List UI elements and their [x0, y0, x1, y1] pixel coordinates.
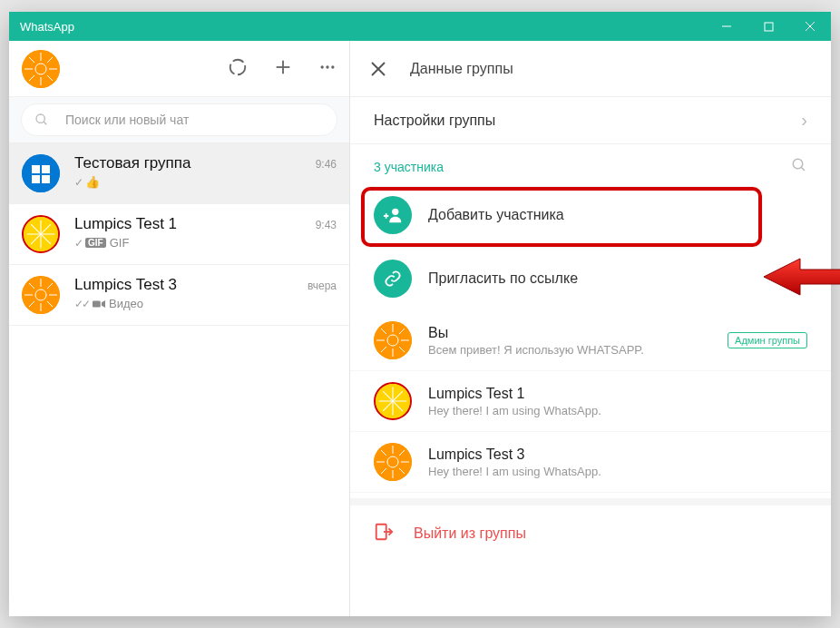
chat-preview: Видео: [109, 297, 143, 310]
admin-badge: Админ группы: [728, 332, 807, 348]
svg-point-46: [793, 159, 803, 169]
participant-avatar: [374, 443, 412, 481]
svg-point-48: [392, 209, 398, 215]
svg-rect-23: [32, 165, 40, 173]
search-placeholder: Поиск или новый чат: [65, 113, 189, 127]
maximize-button[interactable]: [747, 12, 789, 41]
chat-item[interactable]: Тестовая группа 9:46 ✓ 👍: [9, 143, 349, 204]
participant-name: Вы: [428, 325, 711, 341]
search-row: Поиск или новый чат: [9, 97, 349, 143]
participants-count: 3 участника: [374, 160, 444, 174]
svg-point-20: [36, 114, 44, 123]
chat-avatar: [22, 215, 60, 253]
add-participant-button[interactable]: Добавить участника: [350, 183, 831, 247]
gif-badge: GIF: [85, 238, 106, 248]
svg-point-18: [326, 65, 328, 68]
svg-marker-43: [102, 299, 105, 307]
svg-line-21: [44, 122, 46, 124]
app-window: WhatsApp: [9, 12, 831, 616]
delivery-tick: ✓: [74, 237, 82, 250]
chat-item[interactable]: Lumpics Test 3 вчера ✓✓ Видео: [9, 265, 349, 326]
exit-icon: [374, 522, 394, 545]
chat-time: 9:46: [316, 158, 337, 171]
participant-status: Hey there! I am using WhatsApp.: [428, 404, 807, 417]
exit-group-button[interactable]: Выйти из группы: [350, 498, 831, 562]
svg-line-47: [801, 167, 805, 171]
chat-preview: GIF: [110, 236, 130, 250]
exit-group-label: Выйти из группы: [414, 525, 526, 542]
add-participant-label: Добавить участника: [428, 207, 564, 223]
left-header: [9, 41, 349, 97]
profile-avatar[interactable]: [22, 50, 60, 88]
chat-info: Lumpics Test 3 вчера ✓✓ Видео: [74, 276, 337, 310]
content-area: Поиск или новый чат Тестовая группа 9:46: [9, 41, 831, 616]
header-actions: [228, 57, 337, 81]
chevron-right-icon: ›: [801, 110, 807, 131]
svg-point-19: [331, 65, 334, 68]
group-settings-label: Настройки группы: [374, 113, 495, 129]
participant-info: Lumpics Test 1 Hey there! I am using Wha…: [428, 386, 807, 417]
participant-info: Вы Всем привет! Я использую WHATSAPP.: [428, 325, 711, 357]
add-person-icon: [374, 196, 412, 234]
participant-row[interactable]: Вы Всем привет! Я использую WHATSAPP. Ад…: [350, 310, 831, 371]
search-input[interactable]: Поиск или новый чат: [21, 103, 337, 136]
left-panel: Поиск или новый чат Тестовая группа 9:46: [9, 41, 350, 616]
svg-rect-24: [42, 165, 50, 173]
panel-title: Данные группы: [410, 61, 513, 77]
titlebar: WhatsApp: [9, 12, 831, 41]
chat-info: Тестовая группа 9:46 ✓ 👍: [74, 154, 337, 189]
participant-row[interactable]: Lumpics Test 1 Hey there! I am using Wha…: [350, 371, 831, 432]
svg-rect-26: [42, 175, 50, 183]
delivery-tick: ✓✓: [74, 298, 89, 310]
participant-name: Lumpics Test 1: [428, 386, 807, 402]
chat-name: Lumpics Test 3: [74, 276, 177, 294]
new-chat-icon[interactable]: [273, 57, 293, 81]
svg-rect-1: [765, 23, 773, 31]
right-header: Данные группы: [350, 41, 831, 97]
chat-name: Тестовая группа: [74, 154, 191, 172]
chat-info: Lumpics Test 1 9:43 ✓ GIF GIF: [74, 215, 337, 250]
video-icon: [93, 299, 105, 309]
participant-avatar: [374, 382, 412, 420]
chat-preview: 👍: [85, 175, 100, 189]
search-icon: [34, 113, 49, 127]
participant-name: Lumpics Test 3: [428, 446, 807, 463]
link-icon: [374, 260, 412, 298]
window-controls: [706, 12, 831, 41]
participants-header: 3 участника: [350, 144, 831, 183]
add-participant-container: Добавить участника: [350, 183, 831, 247]
svg-point-14: [230, 59, 246, 74]
search-participants-button[interactable]: [791, 157, 807, 176]
svg-rect-25: [32, 175, 40, 183]
chat-item[interactable]: Lumpics Test 1 9:43 ✓ GIF GIF: [9, 204, 349, 265]
chat-time: 9:43: [316, 219, 337, 231]
svg-point-22: [22, 154, 60, 192]
menu-icon[interactable]: [318, 58, 337, 80]
invite-link-label: Пригласить по ссылке: [428, 270, 578, 287]
participant-info: Lumpics Test 3 Hey there! I am using Wha…: [428, 446, 807, 478]
close-window-button[interactable]: [789, 12, 831, 41]
svg-point-17: [321, 65, 324, 68]
app-title: WhatsApp: [20, 20, 74, 34]
chat-avatar: [22, 276, 60, 314]
group-settings-row[interactable]: Настройки группы ›: [350, 97, 831, 144]
delivery-tick: ✓: [74, 176, 82, 189]
close-panel-button[interactable]: [368, 59, 388, 79]
participant-row[interactable]: Lumpics Test 3 Hey there! I am using Wha…: [350, 432, 831, 493]
participant-status: Hey there! I am using WhatsApp.: [428, 465, 807, 478]
participant-avatar: [374, 321, 412, 359]
right-panel: Данные группы Настройки группы › 3 участ…: [350, 41, 831, 616]
chat-name: Lumpics Test 1: [74, 215, 177, 233]
minimize-button[interactable]: [706, 12, 747, 41]
chat-list: Тестовая группа 9:46 ✓ 👍: [9, 143, 349, 616]
svg-rect-42: [93, 300, 101, 307]
chat-time: вчера: [308, 280, 337, 292]
status-icon[interactable]: [228, 57, 248, 81]
chat-avatar: [22, 154, 60, 192]
participant-status: Всем привет! Я использую WHATSAPP.: [428, 343, 711, 357]
invite-link-button[interactable]: Пригласить по ссылке: [350, 247, 831, 310]
